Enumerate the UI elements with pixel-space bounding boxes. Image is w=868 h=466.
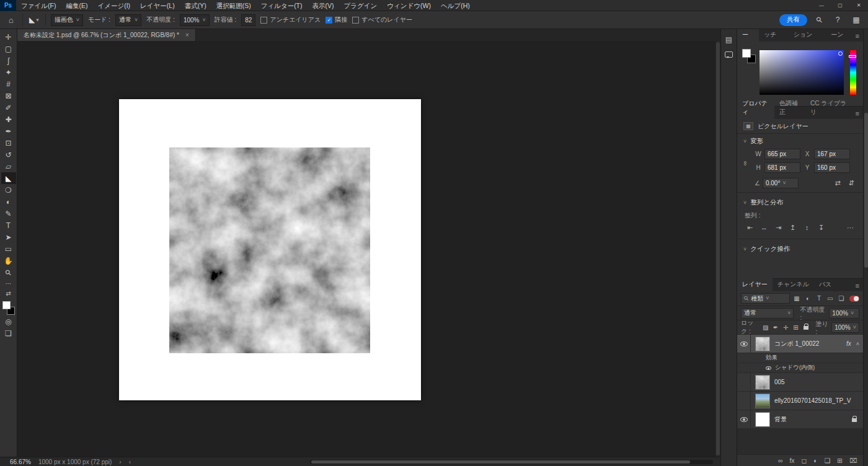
- scrollbar-thumb[interactable]: [311, 460, 690, 464]
- layer-row-005[interactable]: 005: [737, 373, 863, 392]
- filter-adjustment-layers-icon[interactable]: ◐: [804, 295, 812, 302]
- scrollbar-thumb[interactable]: [864, 113, 868, 268]
- menu-item-view[interactable]: 表示(V): [308, 0, 339, 11]
- delete-layer-icon[interactable]: ⌧: [849, 457, 857, 464]
- layer-blend-mode-select[interactable]: 通常 ˅: [741, 308, 794, 319]
- close-button[interactable]: ✕: [849, 0, 868, 11]
- tab-paths[interactable]: パス: [814, 278, 836, 291]
- menu-item-filter[interactable]: フィルター(T): [256, 0, 308, 11]
- flip-horizontal-icon[interactable]: ⇄: [832, 178, 843, 188]
- hand-tool[interactable]: ✋: [1, 255, 16, 266]
- transform-section-header[interactable]: ˅ 変形: [737, 134, 863, 149]
- filter-shape-layers-icon[interactable]: ▭: [826, 295, 835, 302]
- layer-effects-badge[interactable]: fx: [846, 340, 851, 347]
- add-layer-style-icon[interactable]: fx: [789, 457, 794, 464]
- clone-stamp-tool[interactable]: ⊡: [1, 137, 16, 149]
- blur-tool[interactable]: ❍: [1, 184, 16, 196]
- eye-icon[interactable]: [766, 366, 771, 370]
- tolerance-input[interactable]: 82: [241, 14, 255, 26]
- layer-thumbnail[interactable]: [755, 375, 770, 390]
- menu-item-type[interactable]: 書式(Y): [180, 0, 211, 11]
- canvas-vertical-scrollbar[interactable]: [715, 41, 720, 457]
- brush-tool[interactable]: ✒: [1, 125, 16, 137]
- lock-all-icon[interactable]: [802, 324, 809, 331]
- collapsed-comments-panel-icon[interactable]: [725, 51, 733, 58]
- align-more-icon[interactable]: ⋯: [845, 222, 856, 232]
- all-layers-checkbox[interactable]: すべてのレイヤー: [352, 15, 412, 24]
- document-canvas[interactable]: [119, 99, 421, 400]
- status-prev-icon[interactable]: ‹: [129, 459, 131, 465]
- edit-toolbar-icon[interactable]: ⋯: [1, 278, 16, 288]
- tab-layers[interactable]: レイヤー: [737, 278, 773, 291]
- menu-item-edit[interactable]: 編集(E): [61, 0, 92, 11]
- fill-source-select[interactable]: 描画色 ˅: [51, 14, 83, 26]
- filter-smart-object-icon[interactable]: ❏: [837, 295, 846, 302]
- menu-item-window[interactable]: ウィンドウ(W): [382, 0, 436, 11]
- help-icon[interactable]: ?: [831, 15, 844, 24]
- layer-thumbnail[interactable]: [755, 393, 770, 408]
- foreground-color-swatch[interactable]: [742, 49, 751, 58]
- crop-tool[interactable]: #: [1, 78, 16, 90]
- menu-item-plugins[interactable]: プラグイン: [339, 0, 383, 11]
- canvas-horizontal-scrollbar[interactable]: [310, 460, 713, 464]
- foreground-background-swatches[interactable]: [2, 301, 16, 315]
- layer-name[interactable]: コンポ 1_00022: [774, 340, 819, 348]
- foreground-color-swatch[interactable]: [2, 301, 11, 309]
- history-brush-tool[interactable]: ↺: [1, 149, 16, 160]
- filter-pixel-layers-icon[interactable]: ▦: [792, 295, 801, 302]
- hue-slider[interactable]: [850, 50, 856, 95]
- paint-bucket-tool[interactable]: ◣: [1, 172, 16, 184]
- visibility-toggle[interactable]: [737, 410, 751, 428]
- layer-name[interactable]: 005: [774, 379, 785, 385]
- menu-item-file[interactable]: ファイル(F): [16, 0, 61, 11]
- inner-shadow-row[interactable]: シャドウ(内側): [737, 363, 863, 373]
- align-right-icon[interactable]: ⇥: [773, 222, 784, 232]
- antialias-checkbox[interactable]: アンチエイリアス: [260, 15, 321, 24]
- layer-row-background[interactable]: 背景: [737, 410, 863, 429]
- layer-filter-kind-select[interactable]: ⚲ 種類 ˅: [741, 293, 790, 304]
- quick-mask-icon[interactable]: ◎: [1, 315, 16, 327]
- dodge-tool[interactable]: ◐: [1, 196, 16, 208]
- quick-selection-tool[interactable]: ✦: [1, 66, 16, 78]
- lock-artboard-icon[interactable]: ⊞: [792, 324, 799, 331]
- layer-row-elly[interactable]: elly20160701425018_TP_V: [737, 392, 863, 410]
- align-top-icon[interactable]: ↥: [787, 222, 798, 232]
- menu-item-image[interactable]: イメージ(I): [92, 0, 135, 11]
- tool-preset-picker[interactable]: ◣ ▾: [28, 15, 40, 24]
- x-input[interactable]: 167 px: [814, 149, 850, 159]
- align-section-header[interactable]: ˅ 整列と分布: [737, 195, 863, 210]
- path-selection-tool[interactable]: ➤: [1, 231, 16, 243]
- shape-tool[interactable]: ▭: [1, 243, 16, 255]
- eraser-tool[interactable]: ▱: [1, 160, 16, 172]
- visibility-toggle[interactable]: [737, 373, 751, 391]
- panel-menu-icon[interactable]: ≡: [852, 282, 863, 291]
- add-layer-mask-icon[interactable]: ◻: [802, 457, 807, 464]
- menu-item-help[interactable]: ヘルプ(H): [436, 0, 475, 11]
- new-group-icon[interactable]: ❏: [825, 457, 830, 464]
- search-icon[interactable]: ⚲: [812, 15, 826, 24]
- quick-actions-header[interactable]: ˅ クイック操作: [737, 242, 863, 257]
- width-input[interactable]: 665 px: [764, 149, 800, 159]
- tab-close-icon[interactable]: ×: [185, 32, 189, 38]
- angle-input[interactable]: 0.00° ˅: [763, 178, 799, 188]
- zoom-tool[interactable]: ⚲: [1, 266, 16, 278]
- pen-tool[interactable]: ✎: [1, 208, 16, 219]
- healing-brush-tool[interactable]: ✚: [1, 113, 16, 125]
- flip-vertical-icon[interactable]: ⇵: [846, 178, 857, 188]
- type-tool[interactable]: T: [1, 219, 16, 231]
- scrollbar-thumb[interactable]: [716, 42, 720, 455]
- screen-mode-icon[interactable]: ❏: [1, 327, 16, 339]
- tab-channels[interactable]: チャンネル: [773, 278, 814, 291]
- panel-menu-icon[interactable]: ≡: [852, 110, 863, 119]
- layer-filter-toggle[interactable]: [849, 296, 859, 302]
- minimize-button[interactable]: —: [812, 0, 831, 11]
- maximize-button[interactable]: ▢: [831, 0, 849, 11]
- visibility-toggle[interactable]: [737, 392, 751, 410]
- y-input[interactable]: 160 px: [814, 162, 850, 173]
- lasso-tool[interactable]: ʃ: [1, 55, 16, 66]
- layer-thumbnail[interactable]: [755, 412, 770, 427]
- visibility-toggle[interactable]: [737, 335, 751, 353]
- panel-menu-icon[interactable]: ≡: [852, 32, 863, 42]
- align-center-horizontal-icon[interactable]: ↔: [759, 222, 769, 232]
- marquee-tool[interactable]: ▢: [1, 43, 16, 55]
